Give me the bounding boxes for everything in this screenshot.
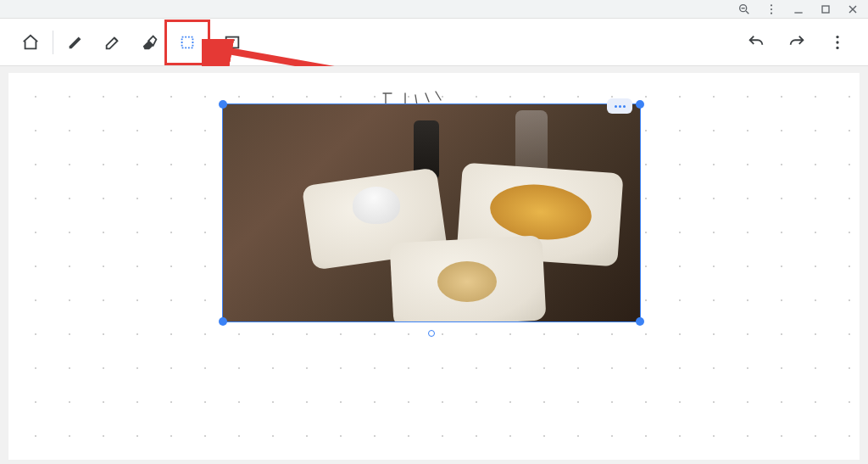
annotation-highlight-box — [164, 20, 210, 65]
resize-handle-tr[interactable] — [636, 100, 644, 109]
svg-point-15 — [836, 41, 838, 43]
ellipsis-icon — [615, 105, 626, 108]
svg-point-5 — [771, 12, 772, 14]
resize-handle-br[interactable] — [636, 317, 644, 326]
undo-button[interactable] — [737, 24, 775, 61]
svg-point-16 — [836, 46, 838, 48]
window-maximize-button[interactable] — [817, 1, 834, 18]
svg-rect-7 — [822, 6, 829, 13]
toolbar — [0, 19, 868, 66]
image-context-menu-button[interactable] — [607, 98, 632, 114]
eraser-tool[interactable] — [131, 24, 169, 61]
window-minimize-button[interactable] — [790, 1, 807, 18]
redo-button[interactable] — [778, 24, 815, 61]
svg-point-3 — [771, 4, 772, 6]
insert-text-tool[interactable] — [214, 24, 251, 61]
window-menu-icon[interactable] — [763, 1, 780, 18]
canvas-area[interactable] — [0, 66, 868, 464]
svg-point-14 — [836, 35, 838, 37]
toolbar-separator — [53, 31, 53, 54]
inserted-image[interactable] — [222, 103, 641, 322]
svg-line-1 — [746, 11, 748, 14]
svg-point-4 — [771, 8, 772, 9]
highlighter-tool[interactable] — [94, 24, 131, 61]
home-button[interactable] — [12, 24, 49, 61]
resize-handle-bl[interactable] — [219, 317, 227, 326]
resize-handle-tl[interactable] — [219, 100, 227, 109]
window-close-button[interactable] — [844, 1, 861, 18]
canvas-page[interactable] — [8, 73, 860, 460]
more-options-button[interactable] — [819, 24, 856, 61]
selection-tool[interactable] — [169, 24, 206, 61]
rotate-handle[interactable] — [428, 330, 435, 337]
zoom-out-icon[interactable] — [736, 1, 753, 18]
window-titlebar — [0, 0, 868, 19]
selection-frame — [222, 103, 641, 322]
pen-tool[interactable] — [57, 24, 94, 61]
